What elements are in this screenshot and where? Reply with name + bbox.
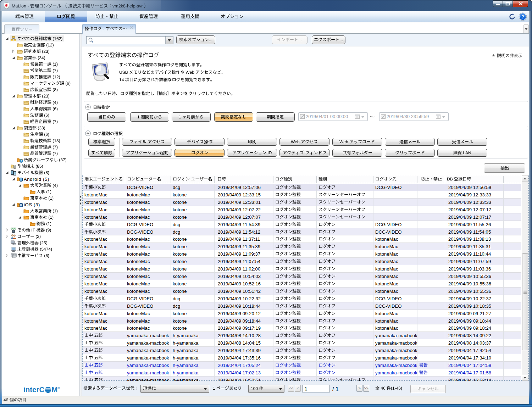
svg-text:?: ? [521, 14, 524, 19]
svg-text:?: ? [20, 159, 22, 162]
